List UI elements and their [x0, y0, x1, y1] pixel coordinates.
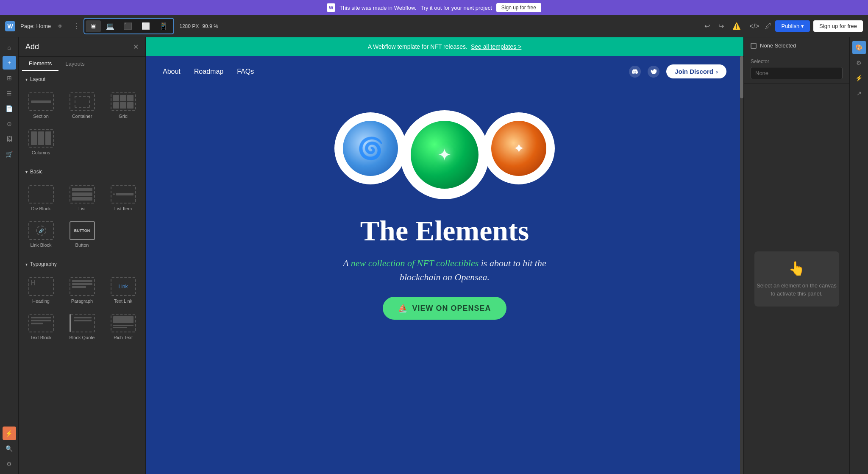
- cms-icon-btn[interactable]: ⊙: [3, 117, 16, 131]
- container-label: Container: [72, 114, 92, 119]
- search-icon-btn[interactable]: 🔍: [3, 442, 16, 455]
- join-discord-button[interactable]: Join Discord ›: [666, 64, 726, 78]
- element-block-quote[interactable]: Block Quote: [63, 310, 101, 343]
- top-banner: W This site was made in Webflow. Try it …: [0, 0, 868, 15]
- element-list[interactable]: List: [63, 181, 101, 215]
- element-div-block[interactable]: Div Block: [22, 181, 60, 215]
- device-tablet-landscape-button[interactable]: ⬛: [120, 20, 136, 32]
- promo-link[interactable]: See all templates >: [471, 43, 521, 50]
- nav-roadmap[interactable]: Roadmap: [194, 68, 223, 75]
- home-icon-btn[interactable]: ⌂: [3, 41, 16, 54]
- assets-icon-btn[interactable]: 🖼: [3, 132, 16, 146]
- heading-label: Heading: [32, 298, 50, 304]
- typography-section-toggle[interactable]: ▾ Typography: [25, 261, 139, 267]
- canvas-scrollbar[interactable]: [740, 56, 743, 474]
- panel-tabs: Elements Layouts: [19, 57, 145, 71]
- columns-icon: [28, 129, 54, 148]
- settings-icon-btn[interactable]: ⚙: [3, 457, 16, 471]
- device-desktop-button[interactable]: 🖥: [86, 20, 101, 32]
- element-list-item[interactable]: List Item: [104, 181, 142, 215]
- orb-left: [334, 112, 406, 184]
- hero-subtitle: A new collection of NFT collectibles is …: [339, 256, 551, 284]
- style-panel-button[interactable]: 🎨: [852, 41, 866, 54]
- linkblock-label: Link Block: [30, 243, 51, 248]
- layout-section-label: Layout: [30, 76, 45, 82]
- opensea-button[interactable]: ⛵ VIEW ON OPENSEA: [383, 297, 506, 320]
- hero-title: The Elements: [360, 214, 529, 248]
- section-icon: [28, 92, 54, 111]
- columns-label: Columns: [32, 150, 50, 155]
- main-layout: ⌂ ＋ ⊞ ☰ 📄 ⊙ 🖼 🛒 ⚡ 🔍 ⚙ Add ✕ Elements Lay…: [0, 37, 868, 474]
- panel-hint-card: 👆 Select an element on the canvas to act…: [754, 251, 839, 307]
- device-laptop-button[interactable]: 💻: [102, 20, 119, 32]
- settings-panel-button[interactable]: ⚙: [852, 56, 866, 70]
- left-icon-bar: ⌂ ＋ ⊞ ☰ 📄 ⊙ 🖼 🛒 ⚡ 🔍 ⚙: [0, 37, 19, 474]
- main-toolbar: W Page: Home 👁 ⋮ 🖥 💻 ⬛ ⬜ 📱 1280 PX 90.9 …: [0, 15, 868, 37]
- linkblock-icon: 🔗: [28, 221, 54, 240]
- selector-label: Selector: [751, 59, 843, 64]
- add-elements-icon-btn[interactable]: ＋: [3, 56, 16, 70]
- page-name: Page: Home: [20, 23, 51, 29]
- discord-arrow-icon: ›: [716, 68, 718, 75]
- basic-section-toggle[interactable]: ▾ Basic: [25, 169, 139, 175]
- listitem-label: List Item: [114, 206, 132, 211]
- undo-button[interactable]: ↩: [702, 20, 712, 32]
- textlink-label: Text Link: [114, 298, 132, 304]
- blockquote-icon: [70, 314, 95, 332]
- export-panel-button[interactable]: ↗: [852, 86, 866, 100]
- nav-faqs[interactable]: FAQs: [237, 68, 254, 75]
- page-visibility-icon[interactable]: 👁: [58, 23, 63, 29]
- canvas-area: A Webflow template for NFT releases. See…: [146, 37, 743, 474]
- discord-social-icon[interactable]: [629, 66, 641, 78]
- interactions-panel-button[interactable]: ⚡: [852, 71, 866, 85]
- element-columns[interactable]: Columns: [22, 125, 60, 159]
- site-nav: About Roadmap FAQs: [146, 56, 743, 87]
- container-icon: [70, 92, 95, 111]
- opensea-label: VIEW ON OPENSEA: [412, 304, 491, 313]
- ecommerce-icon-btn[interactable]: 🛒: [3, 148, 16, 161]
- navigator-icon-btn[interactable]: ⊞: [3, 71, 16, 85]
- tab-elements[interactable]: Elements: [22, 57, 58, 71]
- element-grid[interactable]: Grid: [104, 89, 142, 122]
- element-paragraph[interactable]: Paragraph: [63, 274, 101, 307]
- layout-section-toggle[interactable]: ▾ Layout: [25, 76, 139, 82]
- more-options-icon[interactable]: ⋮: [73, 22, 80, 30]
- banner-signup-button[interactable]: Sign up for free: [496, 3, 541, 12]
- add-panel: Add ✕ Elements Layouts ▾ Layout Section: [19, 37, 146, 474]
- element-heading[interactable]: H Heading: [22, 274, 60, 307]
- element-section[interactable]: Section: [22, 89, 60, 122]
- promo-bar: A Webflow template for NFT releases. See…: [146, 37, 743, 56]
- device-mobile-button[interactable]: 📱: [155, 20, 172, 32]
- checkbox-icon: [751, 43, 757, 49]
- twitter-social-icon[interactable]: [648, 66, 659, 78]
- nav-about[interactable]: About: [163, 68, 181, 75]
- device-tablet-portrait-button[interactable]: ⬜: [137, 20, 154, 32]
- divblock-label: Div Block: [31, 206, 51, 211]
- warning-button[interactable]: ⚠️: [730, 20, 743, 32]
- element-container[interactable]: Container: [63, 89, 101, 122]
- panel-close-button[interactable]: ✕: [133, 43, 139, 51]
- basic-arrow-icon: ▾: [25, 170, 28, 174]
- cursor-tool-icon[interactable]: 🖊: [765, 22, 772, 30]
- element-rich-text[interactable]: Rich Text: [104, 310, 142, 343]
- pages-icon-btn[interactable]: 📄: [3, 102, 16, 115]
- list-icon: [70, 185, 95, 204]
- element-text-block[interactable]: Text Block: [22, 310, 60, 343]
- toolbar-signup-button[interactable]: Sign up for free: [813, 20, 863, 32]
- element-link-block[interactable]: 🔗 Link Block: [22, 218, 60, 251]
- publish-button[interactable]: Publish ▾: [775, 20, 810, 32]
- publish-chevron-icon: ▾: [801, 23, 804, 29]
- interaction-icon-btn[interactable]: ⚡: [3, 427, 16, 440]
- code-button[interactable]: </>: [747, 21, 762, 32]
- promo-text: A Webflow template for NFT releases.: [368, 43, 467, 50]
- right-panel-body: 👆 Select an element on the canvas to act…: [744, 84, 849, 474]
- grid-icon: [111, 92, 136, 111]
- element-text-link[interactable]: Link Text Link: [104, 274, 142, 307]
- element-button[interactable]: BUTTON Button: [63, 218, 101, 251]
- webflow-logo: W: [327, 3, 335, 12]
- panel-title: Add: [25, 42, 39, 51]
- selector-input[interactable]: [751, 67, 843, 79]
- layers-icon-btn[interactable]: ☰: [3, 86, 16, 100]
- redo-button[interactable]: ↪: [716, 20, 726, 32]
- tab-layouts[interactable]: Layouts: [58, 57, 92, 71]
